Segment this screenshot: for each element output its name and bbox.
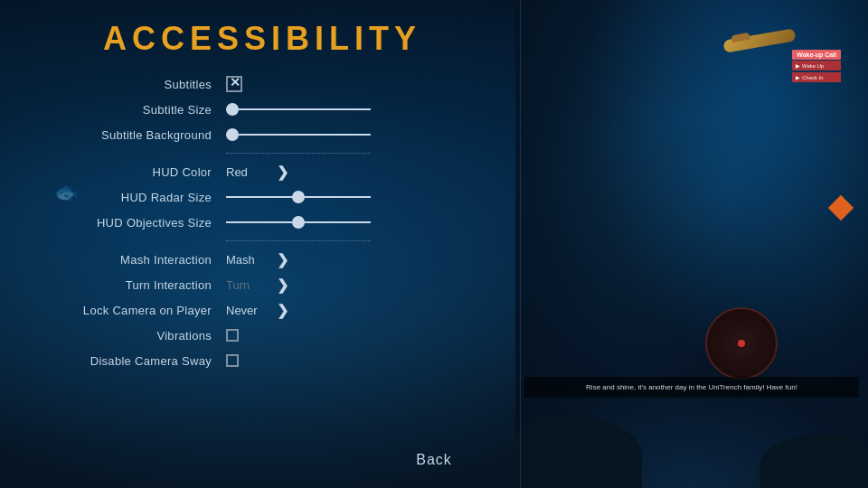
hud-item-2: ▶ Check In: [792, 72, 841, 82]
label-mash: Mash Interaction: [72, 253, 226, 267]
arrow-diamond-icon: [828, 195, 854, 221]
settings-container: Subtitles Subtitle Size Subtitle Backgro…: [0, 71, 524, 373]
slider-subtitle-bg[interactable]: [226, 134, 452, 136]
slider-track-hud-radar: [226, 196, 371, 198]
slider-thumb-subtitle-size: [226, 103, 239, 116]
checkbox-camera-sway[interactable]: [226, 354, 239, 367]
arrow-indicator: [832, 199, 850, 217]
divider-2: [226, 240, 371, 241]
back-button[interactable]: Back: [416, 452, 452, 467]
slider-hud-objectives[interactable]: [226, 221, 452, 223]
subtitle-preview: Rise and shine, it's another day in the …: [524, 377, 859, 398]
setting-row-turn: Turn Interaction Turn ❯: [72, 272, 452, 297]
label-subtitle-size: Subtitle Size: [72, 103, 226, 117]
setting-row-subtitle-size: Subtitle Size: [72, 97, 452, 122]
setting-row-lock-camera: Lock Camera on Player Never ❯: [72, 297, 452, 323]
label-turn: Turn Interaction: [72, 278, 226, 292]
setting-row-hud-color: HUD Color Red ❯: [72, 159, 452, 184]
slider-track-hud-objectives: [226, 221, 371, 223]
value-mash: Mash: [226, 253, 271, 267]
label-subtitle-bg: Subtitle Background: [72, 128, 226, 142]
setting-row-subtitles: Subtitles: [72, 71, 452, 97]
label-lock-camera: Lock Camera on Player: [72, 304, 226, 317]
back-button-container: Back: [0, 452, 868, 468]
label-hud-objectives: HUD Objectives Size: [72, 216, 226, 230]
setting-row-vibrations: Vibrations: [72, 323, 452, 348]
label-hud-color: HUD Color: [72, 165, 226, 179]
slider-track-subtitle-bg: [226, 134, 371, 136]
setting-row-subtitle-bg: Subtitle Background: [72, 122, 452, 147]
checkbox-subtitles[interactable]: [226, 76, 242, 92]
slider-thumb-hud-radar: [292, 191, 305, 203]
setting-row-hud-radar: HUD Radar Size: [72, 184, 452, 210]
chevron-turn[interactable]: ❯: [277, 277, 288, 294]
label-camera-sway: Disable Camera Sway: [72, 354, 226, 368]
label-vibrations: Vibrations: [72, 329, 226, 343]
chevron-mash[interactable]: ❯: [277, 251, 288, 268]
divider-1: [226, 153, 371, 154]
radar-circle: [705, 307, 778, 380]
slider-thumb-subtitle-bg: [226, 128, 239, 141]
slider-hud-radar[interactable]: [226, 196, 452, 198]
value-lock-camera: Never: [226, 304, 271, 317]
chevron-hud-color[interactable]: ❯: [277, 164, 288, 181]
hud-panel-preview: Wake-up Call ▶ Wake Up ▶ Check In: [792, 50, 841, 84]
hud-title: Wake-up Call: [792, 50, 841, 60]
checkbox-vibrations[interactable]: [226, 329, 239, 342]
hud-item-1: ▶ Wake Up: [792, 61, 841, 70]
label-hud-radar: HUD Radar Size: [72, 191, 226, 204]
value-turn: Turn: [226, 278, 271, 292]
fish-decoration: 🐟: [54, 181, 79, 204]
game-preview-panel: Wake-up Call ▶ Wake Up ▶ Check In Rise a…: [515, 0, 868, 488]
label-subtitles: Subtitles: [72, 78, 226, 91]
slider-subtitle-size[interactable]: [226, 108, 452, 110]
page-title: ACCESSIBILITY: [0, 0, 524, 67]
settings-panel: 🐟 ACCESSIBILITY Subtitles Subtitle Size …: [0, 0, 524, 488]
setting-row-mash: Mash Interaction Mash ❯: [72, 247, 452, 272]
chevron-lock-camera[interactable]: ❯: [277, 302, 288, 319]
setting-row-hud-objectives: HUD Objectives Size: [72, 210, 452, 235]
slider-track-subtitle-size: [226, 108, 371, 110]
sub-body: [722, 28, 796, 53]
setting-row-camera-sway: Disable Camera Sway: [72, 348, 452, 373]
slider-thumb-hud-objectives: [292, 216, 305, 229]
panel-separator: [520, 0, 521, 488]
value-hud-color: Red: [226, 165, 271, 179]
